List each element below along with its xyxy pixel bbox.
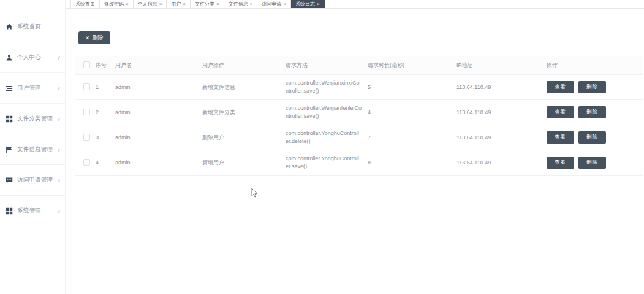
- column-header-username: 用户名: [115, 61, 202, 69]
- tab-system-home[interactable]: 系统首页: [70, 0, 100, 8]
- view-button[interactable]: 查看: [547, 106, 574, 118]
- sidebar-item-system-management[interactable]: 系统管理∨: [0, 196, 65, 226]
- close-icon[interactable]: ×: [183, 2, 186, 7]
- chevron-down-icon: ∨: [57, 55, 61, 60]
- sidebar-item-label: 系统管理: [17, 207, 41, 215]
- sidebar-item-label: 文件信息管理: [17, 145, 53, 153]
- row-operation-cell: 新增文件分类: [202, 109, 286, 117]
- row-method-cell: com.controller.YonghuController.save(): [286, 155, 368, 171]
- row-delete-button[interactable]: 删除: [578, 81, 606, 93]
- sidebar-item-label: 个人中心: [17, 53, 41, 61]
- sidebar-item-file-category-management[interactable]: 文件分类管理∨: [0, 104, 65, 134]
- sidebar-item-access-request-management[interactable]: 访问申请管理∨: [0, 165, 65, 196]
- column-header-ip: IP地址: [456, 61, 539, 69]
- tab-user[interactable]: 用户×: [167, 0, 191, 8]
- row-username-cell: admin: [115, 134, 202, 141]
- row-duration-cell: 7: [368, 134, 456, 141]
- row-checkbox[interactable]: [83, 159, 90, 166]
- log-table: 序号 用户名 用户操作 请求方法 请求时长(毫秒) IP地址 操作 1 admi…: [75, 56, 643, 176]
- row-ip-cell: 113.64.110.49: [456, 109, 539, 115]
- column-header-index: 序号: [96, 61, 115, 69]
- row-index-cell: 2: [96, 109, 115, 115]
- chevron-down-icon: ∨: [57, 208, 61, 214]
- tab-bar: 系统首页修改密码×个人信息×用户×文件分类×文件信息×访问申请×系统日志×: [66, 0, 644, 9]
- sidebar-item-file-info-management[interactable]: 文件信息管理∨: [0, 134, 65, 165]
- row-checkbox[interactable]: [83, 109, 90, 115]
- list-icon: [6, 85, 14, 92]
- sidebar-item-user-management[interactable]: 用户管理∨: [0, 73, 65, 104]
- tab-label: 文件信息: [229, 1, 248, 7]
- row-index-cell: 4: [96, 160, 115, 166]
- close-icon[interactable]: ×: [250, 2, 253, 7]
- tab-file-category[interactable]: 文件分类×: [191, 0, 224, 8]
- row-method-cell: com.controller.WenjianfenleiController.s…: [286, 104, 368, 121]
- row-duration-cell: 8: [368, 160, 456, 166]
- row-index-cell: 1: [96, 84, 115, 90]
- sidebar-item-system-home[interactable]: 系统首页: [0, 12, 65, 42]
- row-delete-button[interactable]: 删除: [578, 157, 606, 169]
- close-icon[interactable]: ×: [216, 2, 219, 7]
- chevron-down-icon: ∨: [57, 147, 61, 152]
- column-header-operation: 用户操作: [202, 61, 286, 69]
- home-icon: [6, 23, 14, 31]
- column-header-actions: 操作: [539, 61, 643, 69]
- row-duration-cell: 5: [368, 84, 456, 90]
- tab-personal-info[interactable]: 个人信息×: [134, 0, 167, 8]
- delete-button-label: 删除: [93, 34, 104, 42]
- view-button[interactable]: 查看: [547, 157, 574, 169]
- row-username-cell: admin: [115, 109, 202, 115]
- table-row: 2 admin 新增文件分类 com.controller.Wenjianfen…: [75, 100, 643, 125]
- mouse-cursor: [251, 188, 259, 198]
- tab-change-password[interactable]: 修改密码×: [100, 0, 134, 8]
- close-icon[interactable]: ×: [317, 2, 320, 7]
- row-checkbox[interactable]: [83, 83, 90, 90]
- sidebar-item-label: 访问申请管理: [17, 176, 53, 184]
- table-header-row: 序号 用户名 用户操作 请求方法 请求时长(毫秒) IP地址 操作: [75, 56, 643, 75]
- row-ip-cell: 113.64.110.49: [456, 84, 539, 90]
- close-icon[interactable]: ×: [159, 2, 162, 7]
- table-row: 3 admin 删除用户 com.controller.YonghuContro…: [75, 125, 643, 150]
- row-method-cell: com.controller.YonghuController.delete(): [286, 130, 368, 146]
- row-operation-cell: 新增文件信息: [202, 83, 286, 91]
- main-area: 系统首页修改密码×个人信息×用户×文件分类×文件信息×访问申请×系统日志× ✕ …: [66, 0, 644, 294]
- column-header-duration: 请求时长(毫秒): [368, 61, 456, 69]
- row-method-cell: com.controller.WenjianxinxiController.sa…: [286, 79, 368, 96]
- row-delete-button[interactable]: 删除: [578, 131, 606, 144]
- tab-label: 修改密码: [104, 1, 124, 7]
- tab-label: 个人信息: [138, 1, 157, 7]
- tab-system-log[interactable]: 系统日志×: [291, 0, 325, 8]
- sidebar-item-personal-center[interactable]: 个人中心∨: [0, 42, 65, 73]
- row-duration-cell: 4: [368, 109, 456, 115]
- tab-label: 用户: [171, 1, 181, 7]
- view-button[interactable]: 查看: [547, 131, 574, 144]
- column-header-method: 请求方法: [286, 61, 368, 70]
- sidebar-item-label: 系统首页: [17, 23, 41, 31]
- tab-label: 系统首页: [75, 1, 95, 7]
- close-icon[interactable]: ×: [126, 2, 129, 7]
- tab-label: 文件分类: [195, 1, 214, 7]
- row-index-cell: 3: [96, 134, 115, 141]
- sidebar-item-label: 用户管理: [17, 84, 41, 92]
- row-checkbox[interactable]: [83, 134, 90, 141]
- tab-file-info[interactable]: 文件信息×: [224, 0, 258, 8]
- tab-access-request[interactable]: 访问申请×: [257, 0, 291, 8]
- row-ip-cell: 113.64.110.49: [456, 134, 539, 141]
- user-icon: [6, 54, 14, 61]
- chevron-down-icon: ∨: [57, 85, 61, 91]
- table-row: 4 admin 新增用户 com.controller.YonghuContro…: [75, 150, 643, 176]
- row-username-cell: admin: [115, 84, 202, 90]
- select-all-checkbox[interactable]: [83, 61, 90, 68]
- chevron-down-icon: ∨: [57, 177, 61, 183]
- view-button[interactable]: 查看: [547, 81, 574, 93]
- sidebar: 系统首页个人中心∨用户管理∨文件分类管理∨文件信息管理∨访问申请管理∨系统管理∨: [0, 0, 66, 294]
- row-ip-cell: 113.64.110.49: [456, 160, 539, 166]
- tab-label: 系统日志: [295, 1, 315, 7]
- close-icon[interactable]: ×: [283, 2, 286, 7]
- close-icon: ✕: [85, 35, 90, 41]
- delete-button[interactable]: ✕ 删除: [78, 31, 110, 44]
- tab-label: 访问申请: [262, 1, 281, 7]
- row-delete-button[interactable]: 删除: [578, 106, 606, 118]
- comment-icon: [6, 177, 14, 184]
- sidebar-item-label: 文件分类管理: [17, 115, 53, 123]
- row-username-cell: admin: [115, 160, 202, 166]
